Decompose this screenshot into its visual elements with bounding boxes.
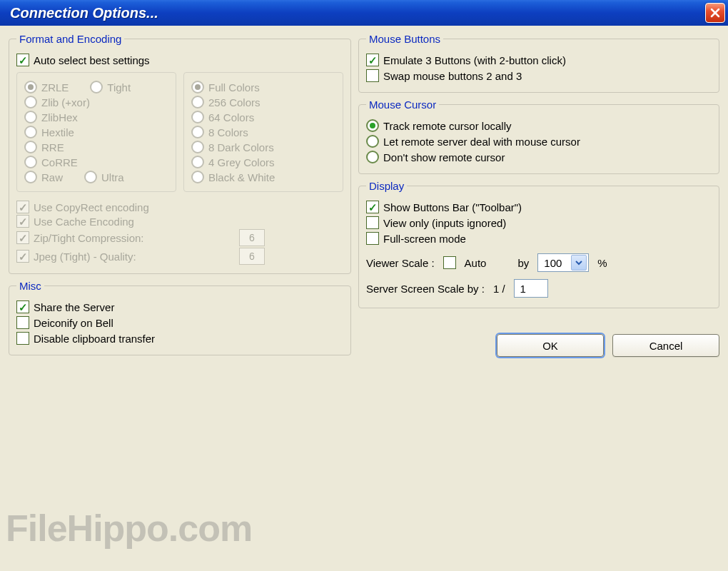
emulate3-checkbox[interactable]: ✓: [366, 54, 379, 66]
mouse-cursor-legend: Mouse Cursor: [366, 98, 439, 111]
viewer-scale-combo[interactable]: 100: [537, 253, 589, 272]
cursor-track-local-radio[interactable]: [366, 119, 379, 132]
colors-panel: Full Colors 256 Colors 64 Colors 8 Color…: [183, 72, 343, 192]
encoding-panel: ZRLE Tight Zlib (+xor) ZlibHex Hextile R…: [16, 72, 176, 192]
misc-group: Misc ✓Share the Server ✓Deiconify on Bel…: [9, 280, 351, 355]
encoding-tight-radio: [90, 81, 103, 94]
mouse-buttons-group: Mouse Buttons ✓Emulate 3 Buttons (with 2…: [358, 33, 719, 93]
title-bar: Connection Options...: [0, 0, 728, 26]
cancel-button[interactable]: Cancel: [612, 334, 719, 357]
cursor-none-radio[interactable]: [366, 151, 379, 163]
encoding-zlibxor-radio: [24, 96, 37, 108]
mouse-buttons-legend: Mouse Buttons: [366, 33, 443, 45]
encoding-corre-radio: [24, 156, 37, 168]
encoding-zlibhex-radio: [24, 111, 37, 123]
fullscreen-checkbox[interactable]: ✓: [366, 232, 379, 245]
colors-8-radio: [191, 126, 204, 138]
display-group: Display ✓Show Buttons Bar ("Toolbar") ✓V…: [358, 180, 719, 308]
encoding-ultra-radio: [84, 171, 97, 183]
viewer-scale-label: Viewer Scale :: [366, 257, 435, 269]
server-scale-label: Server Screen Scale by :: [366, 283, 485, 295]
share-server-checkbox[interactable]: ✓: [16, 300, 29, 313]
format-encoding-group: Format and Encoding ✓ Auto select best s…: [9, 33, 351, 274]
swap-buttons-checkbox[interactable]: ✓: [366, 69, 379, 82]
colors-4grey-radio: [191, 156, 204, 168]
colors-256-radio: [191, 96, 204, 108]
deiconify-checkbox[interactable]: ✓: [16, 316, 29, 329]
viewer-scale-auto-checkbox[interactable]: ✓: [443, 256, 456, 269]
show-toolbar-checkbox[interactable]: ✓: [366, 201, 379, 213]
disable-clipboard-checkbox[interactable]: ✓: [16, 332, 29, 345]
colors-full-radio: [191, 81, 204, 94]
mouse-cursor-group: Mouse Cursor Track remote cursor locally…: [358, 98, 719, 174]
cursor-remote-radio[interactable]: [366, 135, 379, 148]
close-button[interactable]: [705, 3, 725, 23]
view-only-checkbox[interactable]: ✓: [366, 216, 379, 229]
encoding-rre-radio: [24, 141, 37, 153]
misc-legend: Misc: [16, 280, 44, 292]
colors-64-radio: [191, 111, 204, 123]
copyrect-checkbox: ✓: [16, 201, 29, 213]
format-encoding-legend: Format and Encoding: [16, 33, 124, 45]
server-scale-input[interactable]: 1: [514, 279, 548, 298]
ok-button[interactable]: OK: [497, 334, 604, 357]
auto-select-checkbox[interactable]: ✓: [16, 54, 29, 66]
jpeg-checkbox: ✓: [16, 250, 29, 263]
window-title: Connection Options...: [10, 5, 158, 21]
encoding-zrle-radio: [24, 81, 37, 94]
close-icon: [709, 7, 721, 19]
colors-bw-radio: [191, 171, 204, 183]
zip-value: 6: [239, 229, 265, 246]
auto-select-label: Auto select best settings: [34, 54, 150, 66]
colors-8dark-radio: [191, 141, 204, 153]
encoding-hextile-radio: [24, 126, 37, 138]
encoding-raw-radio: [24, 171, 37, 183]
watermark: FileHippo.com: [6, 507, 252, 550]
chevron-down-icon: [571, 255, 587, 271]
zip-checkbox: ✓: [16, 231, 29, 244]
display-legend: Display: [366, 180, 407, 192]
cache-checkbox: ✓: [16, 215, 29, 228]
jpeg-value: 6: [239, 248, 265, 265]
